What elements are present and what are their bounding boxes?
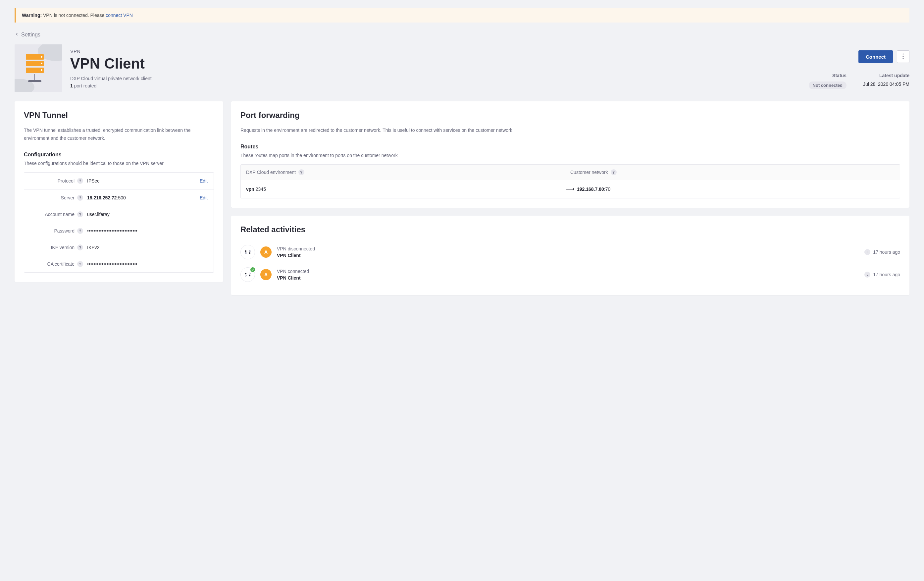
warning-alert: Warning: VPN is not connected. Please co…	[15, 8, 909, 23]
svg-point-2	[903, 58, 903, 59]
chevron-left-icon	[15, 32, 19, 38]
activity-item: A VPN disconnected VPN Client L 17 hours…	[241, 241, 900, 263]
svg-point-3	[245, 251, 246, 252]
svg-point-10	[249, 273, 250, 274]
svg-point-6	[249, 251, 250, 252]
help-icon[interactable]: ?	[611, 169, 617, 175]
page-title: VPN Client	[70, 55, 795, 72]
col-cust-label: Customer network	[570, 170, 608, 175]
configurations-heading: Configurations	[24, 152, 214, 158]
help-icon[interactable]: ?	[77, 211, 83, 217]
vpn-tunnel-description: The VPN tunnel establishes a trusted, en…	[24, 127, 214, 142]
account-value: user.liferay	[87, 212, 208, 217]
route-row: vpn:2345 ⟶ 192.168.7.80:70	[241, 180, 900, 198]
routes-heading: Routes	[241, 144, 900, 150]
activity-title: VPN connected	[277, 269, 859, 274]
status-badge: Not connected	[809, 81, 846, 89]
svg-point-9	[245, 275, 246, 276]
alert-text: VPN is not connected. Please	[42, 13, 106, 18]
vpn-tunnel-card: VPN Tunnel The VPN tunnel establishes a …	[15, 101, 223, 282]
protocol-label: Protocol	[58, 178, 74, 183]
connect-button[interactable]: Connect	[858, 50, 893, 63]
config-table: Protocol ? IPSec Edit Server ?	[24, 172, 214, 272]
help-icon[interactable]: ?	[77, 195, 83, 201]
config-row-ike: IKE version ? IKEv2	[24, 239, 214, 256]
vertical-dots-icon	[903, 53, 904, 60]
activity-time: 17 hours ago	[873, 249, 900, 255]
routes-table: DXP Cloud environment ? Customer network…	[241, 164, 900, 198]
server-label: Server	[61, 195, 74, 200]
svg-point-1	[903, 56, 903, 57]
routes-description: These routes map ports in the environmen…	[241, 152, 900, 159]
password-label: Password	[54, 228, 74, 234]
port-forwarding-description: Requests in the environment are redirect…	[241, 127, 900, 134]
svg-point-7	[245, 273, 246, 274]
config-row-account: Account name ? user.liferay	[24, 206, 214, 223]
svg-point-8	[249, 275, 250, 276]
route-env: vpn:2345	[246, 187, 564, 192]
help-icon[interactable]: ?	[77, 244, 83, 251]
latest-update-value: Jul 28, 2020 04:05 PM	[863, 81, 909, 87]
help-icon[interactable]: ?	[77, 261, 83, 267]
ca-value: •••••••••••••••••••••••••••••••	[87, 261, 208, 267]
related-activities-card: Related activities A VPN disconnected VP…	[231, 216, 909, 295]
edit-protocol-link[interactable]: Edit	[200, 178, 208, 183]
port-count: 1	[70, 83, 73, 88]
svg-point-0	[903, 53, 903, 54]
breadcrumb-label: Settings	[21, 32, 40, 38]
avatar: A	[260, 269, 272, 280]
password-value: •••••••••••••••••••••••••••••••	[87, 228, 208, 234]
route-cust: 192.168.7.80:70	[577, 187, 894, 192]
help-icon[interactable]: ?	[77, 178, 83, 184]
edit-server-link[interactable]: Edit	[200, 195, 208, 200]
config-row-protocol: Protocol ? IPSec Edit	[24, 173, 214, 189]
page-eyebrow: VPN	[70, 48, 795, 54]
more-actions-button[interactable]	[897, 50, 909, 63]
clock-icon: L	[865, 272, 870, 277]
activity-time: 17 hours ago	[873, 272, 900, 277]
col-env-label: DXP Cloud environment	[246, 170, 296, 175]
protocol-value: IPSec	[87, 178, 196, 183]
ike-value: IKEv2	[87, 245, 208, 250]
alert-prefix: Warning:	[22, 13, 42, 18]
config-row-ca: CA certificate ? •••••••••••••••••••••••…	[24, 256, 214, 272]
page-header: VPN VPN Client DXP Cloud virtual private…	[15, 45, 909, 92]
svg-point-4	[249, 253, 250, 254]
activity-subtitle: VPN Client	[277, 275, 859, 281]
config-row-password: Password ? •••••••••••••••••••••••••••••…	[24, 223, 214, 239]
page-subtitle: DXP Cloud virtual private network client	[70, 76, 795, 81]
port-text: port routed	[73, 83, 97, 88]
related-activities-heading: Related activities	[241, 225, 900, 234]
configurations-description: These configurations should be identical…	[24, 160, 214, 167]
activity-subtitle: VPN Client	[277, 253, 859, 258]
help-icon[interactable]: ?	[299, 169, 304, 175]
activity-item: A VPN connected VPN Client L 17 hours ag…	[241, 263, 900, 286]
ike-label: IKE version	[51, 245, 74, 250]
latest-update-label: Latest update	[863, 73, 909, 78]
vpn-node-icon	[241, 245, 255, 259]
vpn-tunnel-heading: VPN Tunnel	[24, 111, 214, 120]
activity-title: VPN disconnected	[277, 246, 859, 251]
help-icon[interactable]: ?	[77, 228, 83, 234]
check-badge-icon	[250, 267, 256, 272]
server-value: 18.216.252.72:500	[87, 195, 196, 200]
ca-label: CA certificate	[47, 261, 74, 267]
config-row-server: Server ? 18.216.252.72:500 Edit	[24, 190, 214, 206]
port-forwarding-card: Port forwarding Requests in the environm…	[231, 101, 909, 208]
arrow-right-icon: ⟶	[564, 185, 577, 193]
port-routed-line: 1 port routed	[70, 83, 795, 88]
clock-icon: L	[865, 249, 870, 255]
account-label: Account name	[45, 212, 75, 217]
svg-point-5	[245, 253, 246, 254]
port-forwarding-heading: Port forwarding	[241, 111, 900, 120]
vpn-illustration	[15, 45, 62, 92]
connect-vpn-link[interactable]: connect VPN	[106, 13, 133, 18]
avatar: A	[260, 246, 272, 258]
breadcrumb[interactable]: Settings	[15, 32, 909, 38]
status-label: Status	[809, 73, 846, 78]
